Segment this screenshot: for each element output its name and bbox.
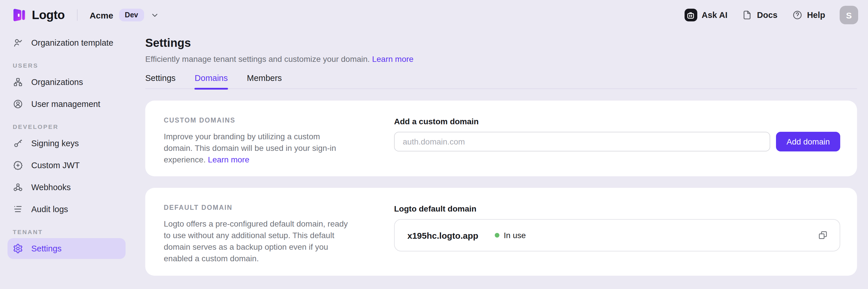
sidebar-item-label: Organization template [31, 38, 114, 47]
list-log-icon [13, 204, 23, 214]
tab-settings[interactable]: Settings [145, 73, 176, 88]
status-dot-icon [494, 233, 499, 238]
sidebar-item-audit-logs[interactable]: Audit logs [7, 199, 126, 220]
tenant-name: Acme [90, 10, 114, 20]
tab-bar: Settings Domains Members [145, 73, 857, 89]
sidebar-item-label: Custom JWT [31, 161, 80, 170]
sidebar-section-users: USERS [13, 62, 120, 69]
sidebar-item-signing-keys[interactable]: Signing keys [7, 133, 126, 154]
sidebar-item-label: User management [31, 99, 100, 109]
default-domain-value: x195hc.logto.app [407, 230, 478, 240]
default-domain-heading: DEFAULT DOMAIN [164, 203, 394, 212]
sidebar-item-label: Signing keys [31, 139, 79, 148]
sidebar-item-user-management[interactable]: User management [7, 94, 126, 114]
gear-icon [13, 243, 23, 254]
sidebar-section-tenant: TENANT [13, 228, 120, 235]
subtitle-learn-more-link[interactable]: Learn more [372, 54, 413, 64]
sidebar-item-organizations[interactable]: Organizations [7, 72, 126, 93]
docs-button[interactable]: Docs [742, 10, 777, 20]
sidebar-section-developer: DEVELOPER [13, 123, 120, 130]
add-domain-button[interactable]: Add domain [776, 132, 840, 151]
status-label: In use [504, 230, 526, 240]
topbar-divider [77, 9, 78, 21]
sidebar-item-label: Audit logs [31, 205, 68, 214]
add-custom-domain-label: Add a custom domain [394, 116, 840, 127]
page-title: Settings [145, 35, 857, 51]
page-subtitle: Efficiently manage tenant settings and c… [145, 53, 857, 65]
default-domain-description: Logto offers a pre-configured default do… [164, 218, 349, 264]
main-content: Settings Efficiently manage tenant setti… [133, 30, 868, 289]
ask-ai-button[interactable]: Ask AI [684, 9, 727, 22]
logto-logo-icon [11, 7, 27, 23]
logto-logo: Logto [11, 7, 65, 23]
webhook-icon [13, 182, 23, 192]
tab-members[interactable]: Members [247, 73, 282, 88]
user-avatar[interactable]: S [840, 6, 858, 24]
help-question-icon [792, 10, 802, 20]
help-button[interactable]: Help [792, 10, 825, 20]
user-circle-icon [13, 99, 23, 109]
docs-label: Docs [757, 10, 777, 20]
custom-domains-info: CUSTOM DOMAINS Improve your branding by … [164, 116, 394, 165]
logo-text: Logto [32, 8, 65, 22]
topbar-actions: Ask AI Docs Help S [684, 6, 858, 24]
custom-domains-learn-more-link[interactable]: Learn more [208, 155, 249, 164]
tenant-env-badge: Dev [119, 9, 144, 22]
domain-status-badge: In use [494, 230, 526, 240]
custom-domains-form: Add a custom domain Add domain [394, 116, 840, 165]
badge-plus-icon [13, 160, 23, 171]
key-icon [13, 138, 23, 149]
tenant-selector[interactable]: Acme Dev [90, 9, 159, 22]
custom-domain-input[interactable] [394, 132, 771, 151]
help-label: Help [807, 10, 825, 20]
default-domain-field: Logto default domain x195hc.logto.app In… [394, 203, 840, 264]
sidebar-item-label: Settings [31, 244, 62, 253]
sidebar-item-webhooks[interactable]: Webhooks [7, 177, 126, 198]
tab-domains[interactable]: Domains [195, 73, 228, 88]
default-domain-card: DEFAULT DOMAIN Logto offers a pre-config… [145, 188, 857, 276]
topbar: Logto Acme Dev Ask AI [0, 0, 868, 30]
ask-ai-robot-icon [684, 9, 697, 22]
chevron-down-icon [150, 11, 159, 20]
org-chart-icon [13, 77, 23, 87]
sidebar-item-label: Organizations [31, 77, 83, 87]
sidebar-item-organization-template[interactable]: Organization template [7, 32, 126, 53]
default-domain-row: x195hc.logto.app In use [394, 219, 840, 251]
custom-domains-card: CUSTOM DOMAINS Improve your branding by … [145, 101, 857, 176]
person-check-icon [13, 38, 23, 48]
default-domain-info: DEFAULT DOMAIN Logto offers a pre-config… [164, 203, 394, 264]
sidebar: Organization template USERS Organization… [0, 30, 133, 289]
copy-icon [818, 230, 828, 241]
sidebar-item-custom-jwt[interactable]: Custom JWT [7, 155, 126, 176]
logto-default-domain-label: Logto default domain [394, 203, 840, 214]
document-icon [742, 10, 752, 20]
sidebar-item-label: Webhooks [31, 183, 71, 192]
page-subtitle-text: Efficiently manage tenant settings and c… [145, 54, 370, 64]
custom-domains-description: Improve your branding by utilizing a cus… [164, 131, 349, 165]
custom-domains-heading: CUSTOM DOMAINS [164, 116, 394, 125]
sidebar-item-settings[interactable]: Settings [7, 238, 126, 259]
copy-domain-button[interactable] [818, 230, 828, 241]
app-window: Logto Acme Dev Ask AI [0, 0, 868, 289]
ask-ai-label: Ask AI [702, 10, 727, 20]
